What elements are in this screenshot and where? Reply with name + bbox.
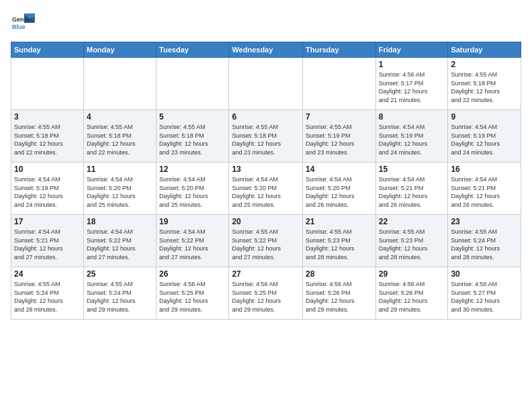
day-number: 5 (159, 112, 226, 122)
weekday-header-monday: Monday (83, 42, 156, 58)
day-number: 9 (451, 112, 518, 122)
day-info: Sunrise: 4:54 AM Sunset: 5:19 PM Dayligh… (14, 175, 81, 209)
day-info: Sunrise: 4:54 AM Sunset: 5:20 PM Dayligh… (159, 175, 226, 209)
calendar-cell: 9Sunrise: 4:54 AM Sunset: 5:19 PM Daylig… (448, 110, 521, 163)
week-row-4: 17Sunrise: 4:54 AM Sunset: 5:21 PM Dayli… (11, 215, 521, 267)
day-info: Sunrise: 4:55 AM Sunset: 5:18 PM Dayligh… (14, 123, 81, 156)
day-number: 20 (232, 217, 300, 226)
header: General Blue (11, 11, 521, 35)
day-number: 28 (306, 269, 373, 279)
calendar-cell: 10Sunrise: 4:54 AM Sunset: 5:19 PM Dayli… (11, 163, 84, 215)
day-number: 12 (159, 165, 226, 174)
weekday-header-wednesday: Wednesday (229, 42, 303, 58)
calendar-cell: 28Sunrise: 4:56 AM Sunset: 5:26 PM Dayli… (303, 267, 376, 320)
calendar-cell: 24Sunrise: 4:55 AM Sunset: 5:24 PM Dayli… (11, 267, 84, 320)
calendar-cell: 11Sunrise: 4:54 AM Sunset: 5:20 PM Dayli… (83, 163, 156, 215)
calendar-cell (157, 58, 229, 110)
day-info: Sunrise: 4:56 AM Sunset: 5:26 PM Dayligh… (379, 280, 445, 314)
day-info: Sunrise: 4:55 AM Sunset: 5:18 PM Dayligh… (451, 71, 518, 104)
calendar-cell: 20Sunrise: 4:55 AM Sunset: 5:22 PM Dayli… (229, 215, 303, 267)
day-number: 26 (159, 269, 226, 279)
day-number: 17 (14, 217, 81, 226)
svg-text:General: General (12, 16, 35, 23)
calendar-cell (83, 58, 156, 110)
calendar-cell: 5Sunrise: 4:55 AM Sunset: 5:18 PM Daylig… (157, 110, 229, 163)
day-info: Sunrise: 4:55 AM Sunset: 5:22 PM Dayligh… (232, 228, 300, 261)
day-number: 2 (451, 60, 518, 69)
calendar-cell: 23Sunrise: 4:55 AM Sunset: 5:24 PM Dayli… (448, 215, 521, 267)
day-info: Sunrise: 4:55 AM Sunset: 5:18 PM Dayligh… (232, 123, 300, 156)
day-info: Sunrise: 4:54 AM Sunset: 5:20 PM Dayligh… (232, 175, 300, 209)
day-info: Sunrise: 4:55 AM Sunset: 5:24 PM Dayligh… (451, 228, 518, 261)
calendar-cell: 8Sunrise: 4:54 AM Sunset: 5:19 PM Daylig… (375, 110, 448, 163)
calendar-cell (303, 58, 376, 110)
calendar-cell (11, 58, 84, 110)
weekday-header-saturday: Saturday (448, 42, 521, 58)
calendar-table: SundayMondayTuesdayWednesdayThursdayFrid… (11, 42, 521, 320)
day-number: 8 (379, 112, 445, 122)
day-number: 24 (14, 269, 81, 279)
day-number: 7 (306, 112, 373, 122)
day-number: 15 (379, 165, 445, 174)
calendar-cell: 12Sunrise: 4:54 AM Sunset: 5:20 PM Dayli… (157, 163, 229, 215)
logo-icon: General Blue (11, 11, 35, 35)
day-info: Sunrise: 4:55 AM Sunset: 5:23 PM Dayligh… (379, 228, 445, 261)
calendar-cell: 16Sunrise: 4:54 AM Sunset: 5:21 PM Dayli… (448, 163, 521, 215)
day-info: Sunrise: 4:54 AM Sunset: 5:19 PM Dayligh… (451, 123, 518, 156)
day-number: 14 (306, 165, 373, 174)
day-number: 6 (232, 112, 300, 122)
day-info: Sunrise: 4:55 AM Sunset: 5:23 PM Dayligh… (306, 228, 373, 261)
calendar-cell: 1Sunrise: 4:56 AM Sunset: 5:17 PM Daylig… (375, 58, 448, 110)
day-number: 13 (232, 165, 300, 174)
calendar-cell: 19Sunrise: 4:54 AM Sunset: 5:22 PM Dayli… (157, 215, 229, 267)
weekday-header-tuesday: Tuesday (157, 42, 229, 58)
calendar-cell: 7Sunrise: 4:55 AM Sunset: 5:19 PM Daylig… (303, 110, 376, 163)
day-number: 25 (87, 269, 153, 279)
day-info: Sunrise: 4:54 AM Sunset: 5:20 PM Dayligh… (306, 175, 373, 209)
weekday-header-friday: Friday (375, 42, 448, 58)
day-info: Sunrise: 4:56 AM Sunset: 5:26 PM Dayligh… (306, 280, 373, 314)
calendar-cell: 27Sunrise: 4:56 AM Sunset: 5:25 PM Dayli… (229, 267, 303, 320)
day-number: 23 (451, 217, 518, 226)
weekday-header-row: SundayMondayTuesdayWednesdayThursdayFrid… (11, 42, 521, 58)
day-info: Sunrise: 4:56 AM Sunset: 5:17 PM Dayligh… (379, 71, 445, 104)
day-info: Sunrise: 4:54 AM Sunset: 5:21 PM Dayligh… (451, 175, 518, 209)
calendar-cell: 26Sunrise: 4:56 AM Sunset: 5:25 PM Dayli… (157, 267, 229, 320)
day-info: Sunrise: 4:55 AM Sunset: 5:24 PM Dayligh… (87, 280, 153, 314)
calendar-cell: 2Sunrise: 4:55 AM Sunset: 5:18 PM Daylig… (448, 58, 521, 110)
calendar-cell: 14Sunrise: 4:54 AM Sunset: 5:20 PM Dayli… (303, 163, 376, 215)
day-info: Sunrise: 4:54 AM Sunset: 5:22 PM Dayligh… (87, 228, 153, 261)
day-number: 22 (379, 217, 445, 226)
calendar-cell: 6Sunrise: 4:55 AM Sunset: 5:18 PM Daylig… (229, 110, 303, 163)
calendar-cell: 22Sunrise: 4:55 AM Sunset: 5:23 PM Dayli… (375, 215, 448, 267)
day-info: Sunrise: 4:56 AM Sunset: 5:27 PM Dayligh… (451, 280, 518, 314)
calendar-cell: 17Sunrise: 4:54 AM Sunset: 5:21 PM Dayli… (11, 215, 84, 267)
calendar-cell: 3Sunrise: 4:55 AM Sunset: 5:18 PM Daylig… (11, 110, 84, 163)
page: General Blue SundayMondayTuesdayWednesda… (0, 0, 532, 411)
calendar-cell: 25Sunrise: 4:55 AM Sunset: 5:24 PM Dayli… (83, 267, 156, 320)
day-number: 18 (87, 217, 153, 226)
calendar-cell: 18Sunrise: 4:54 AM Sunset: 5:22 PM Dayli… (83, 215, 156, 267)
day-info: Sunrise: 4:55 AM Sunset: 5:19 PM Dayligh… (306, 123, 373, 156)
day-number: 19 (159, 217, 226, 226)
day-info: Sunrise: 4:54 AM Sunset: 5:22 PM Dayligh… (159, 228, 226, 261)
calendar-cell: 15Sunrise: 4:54 AM Sunset: 5:21 PM Dayli… (375, 163, 448, 215)
day-info: Sunrise: 4:54 AM Sunset: 5:20 PM Dayligh… (87, 175, 153, 209)
day-info: Sunrise: 4:55 AM Sunset: 5:24 PM Dayligh… (14, 280, 81, 314)
logo: General Blue (11, 11, 38, 35)
day-number: 30 (451, 269, 518, 279)
calendar-cell: 30Sunrise: 4:56 AM Sunset: 5:27 PM Dayli… (448, 267, 521, 320)
day-info: Sunrise: 4:55 AM Sunset: 5:18 PM Dayligh… (159, 123, 226, 156)
calendar-cell (229, 58, 303, 110)
week-row-3: 10Sunrise: 4:54 AM Sunset: 5:19 PM Dayli… (11, 163, 521, 215)
day-number: 21 (306, 217, 373, 226)
week-row-1: 1Sunrise: 4:56 AM Sunset: 5:17 PM Daylig… (11, 58, 521, 110)
day-number: 3 (14, 112, 81, 122)
day-number: 16 (451, 165, 518, 174)
weekday-header-thursday: Thursday (303, 42, 376, 58)
svg-text:Blue: Blue (12, 24, 26, 30)
week-row-5: 24Sunrise: 4:55 AM Sunset: 5:24 PM Dayli… (11, 267, 521, 320)
day-info: Sunrise: 4:54 AM Sunset: 5:21 PM Dayligh… (14, 228, 81, 261)
day-info: Sunrise: 4:55 AM Sunset: 5:18 PM Dayligh… (87, 123, 153, 156)
day-info: Sunrise: 4:54 AM Sunset: 5:19 PM Dayligh… (379, 123, 445, 156)
